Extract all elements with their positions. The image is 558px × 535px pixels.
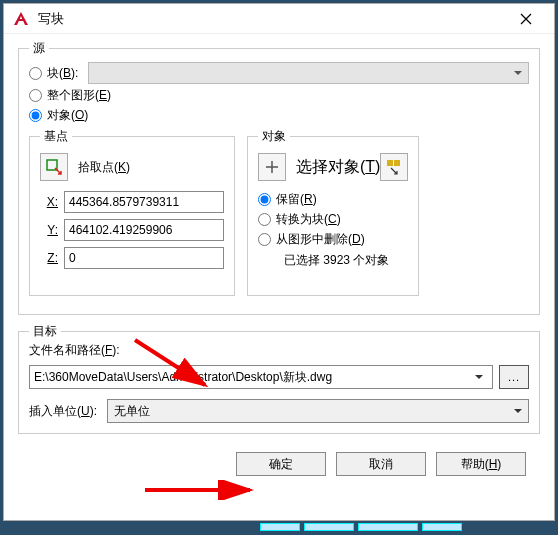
chevron-down-icon: [514, 406, 522, 417]
radio-block-label: 块(B):: [47, 65, 78, 82]
pick-point-icon: [45, 158, 63, 176]
background-strip: [0, 523, 558, 535]
selection-status: 已选择 3923 个对象: [284, 252, 408, 269]
radio-objects[interactable]: [29, 109, 42, 122]
svg-rect-2: [394, 160, 400, 166]
close-icon: [520, 13, 532, 25]
y-input[interactable]: [64, 219, 224, 241]
z-input[interactable]: [64, 247, 224, 269]
plus-icon: [263, 158, 281, 176]
radio-convert-label: 转换为块(C): [276, 211, 341, 228]
cancel-button[interactable]: 取消: [336, 452, 426, 476]
objects-legend: 对象: [258, 128, 290, 145]
dialog-content: 源 块(B): 整个图形(E) 对象(O) 基点: [4, 34, 554, 482]
dialog-title: 写块: [38, 10, 64, 28]
z-label: Z:: [40, 251, 58, 265]
basepoint-legend: 基点: [40, 128, 72, 145]
wblock-dialog: 写块 源 块(B): 整个图形(E) 对象(O) 基点: [3, 3, 555, 521]
radio-delete-label: 从图形中删除(D): [276, 231, 365, 248]
radio-retain[interactable]: [258, 193, 271, 206]
quick-select-icon: [385, 158, 403, 176]
objects-group: 对象 选择对象(T) 保留(: [247, 128, 419, 296]
help-button[interactable]: 帮助(H): [436, 452, 526, 476]
y-label: Y:: [40, 223, 58, 237]
basepoint-group: 基点 拾取点(K) X: Y:: [29, 128, 235, 296]
unit-dropdown[interactable]: 无单位: [107, 399, 529, 423]
radio-entire-drawing[interactable]: [29, 89, 42, 102]
select-objects-label: 选择对象(T): [296, 157, 380, 178]
source-group: 源 块(B): 整个图形(E) 对象(O) 基点: [18, 40, 540, 315]
chevron-down-icon: [470, 366, 488, 388]
x-input[interactable]: [64, 191, 224, 213]
radio-entire-label: 整个图形(E): [47, 87, 111, 104]
unit-label: 插入单位(U):: [29, 403, 97, 420]
unit-value: 无单位: [114, 403, 150, 420]
x-label: X:: [40, 195, 58, 209]
source-legend: 源: [29, 40, 49, 57]
ok-button[interactable]: 确定: [236, 452, 326, 476]
radio-retain-label: 保留(R): [276, 191, 317, 208]
path-combobox[interactable]: E:\360MoveData\Users\Administrator\Deskt…: [29, 365, 493, 389]
path-label: 文件名和路径(F):: [29, 342, 529, 359]
radio-delete[interactable]: [258, 233, 271, 246]
radio-block[interactable]: [29, 67, 42, 80]
titlebar: 写块: [4, 4, 554, 34]
path-value: E:\360MoveData\Users\Administrator\Deskt…: [34, 369, 332, 386]
select-objects-button[interactable]: [258, 153, 286, 181]
destination-group: 目标 文件名和路径(F): E:\360MoveData\Users\Admin…: [18, 323, 540, 434]
block-name-dropdown[interactable]: [88, 62, 529, 84]
pick-point-button[interactable]: [40, 153, 68, 181]
quick-select-button[interactable]: [380, 153, 408, 181]
browse-button[interactable]: ...: [499, 365, 529, 389]
button-bar: 确定 取消 帮助(H): [18, 442, 540, 476]
radio-objects-label: 对象(O): [47, 107, 88, 124]
radio-convert[interactable]: [258, 213, 271, 226]
autocad-icon: [12, 10, 30, 28]
destination-legend: 目标: [29, 323, 61, 340]
pick-point-label: 拾取点(K): [78, 159, 130, 176]
svg-rect-1: [387, 160, 393, 166]
close-button[interactable]: [506, 4, 546, 33]
